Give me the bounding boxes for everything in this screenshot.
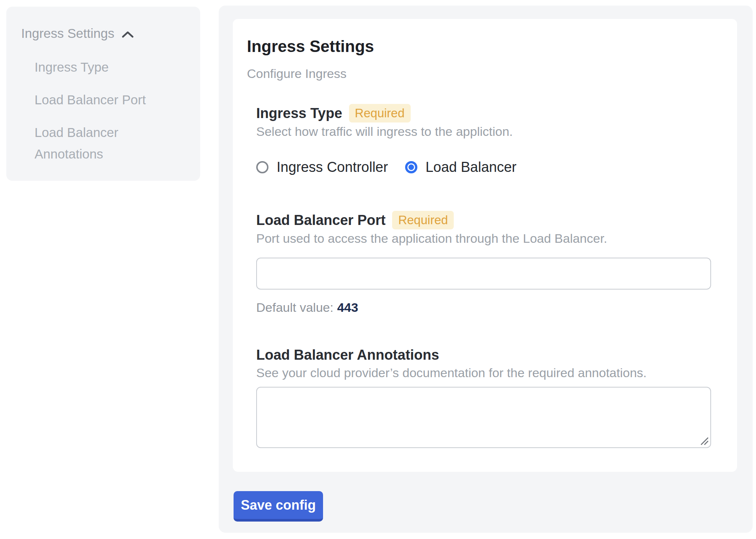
ingress-settings-panel: Ingress Settings Configure Ingress Ingre… xyxy=(219,6,753,533)
page-title: Ingress Settings xyxy=(247,36,711,56)
ingress-type-radio-group: Ingress Controller Load Balancer xyxy=(256,159,711,175)
ingress-type-description: Select how traffic will ingress to the a… xyxy=(256,123,711,140)
sidebar-item-load-balancer-annotations[interactable]: Load Balancer Annotations xyxy=(35,122,168,165)
load-balancer-port-label: Load Balancer Port xyxy=(256,211,385,229)
sidebar-item-load-balancer-port[interactable]: Load Balancer Port xyxy=(35,89,168,111)
default-value-hint: Default value:443 xyxy=(256,299,711,316)
radio-ingress-controller[interactable]: Ingress Controller xyxy=(256,159,388,175)
chevron-up-icon xyxy=(122,31,134,38)
ingress-type-label: Ingress Type xyxy=(256,104,342,122)
radio-label: Ingress Controller xyxy=(277,159,388,175)
sidebar-section-ingress-settings[interactable]: Ingress Settings xyxy=(21,25,189,42)
settings-nav-sidebar: Ingress Settings Ingress Type Load Balan… xyxy=(6,7,200,181)
load-balancer-annotations-textarea[interactable] xyxy=(256,387,711,448)
load-balancer-annotations-label: Load Balancer Annotations xyxy=(256,346,439,364)
load-balancer-port-section: Load Balancer Port Required Port used to… xyxy=(256,211,711,316)
required-badge: Required xyxy=(349,104,411,122)
radio-icon xyxy=(405,161,417,173)
annotations-textarea-wrap xyxy=(256,387,711,448)
radio-label: Load Balancer xyxy=(426,159,517,175)
sidebar-item-list: Ingress Type Load Balancer Port Load Bal… xyxy=(21,56,189,165)
load-balancer-port-input[interactable] xyxy=(256,258,711,290)
ingress-type-section: Ingress Type Required Select how traffic… xyxy=(256,104,711,175)
radio-load-balancer[interactable]: Load Balancer xyxy=(405,159,517,175)
load-balancer-annotations-description: See your cloud provider’s documentation … xyxy=(256,365,711,381)
sidebar-section-label: Ingress Settings xyxy=(21,25,114,42)
default-value: 443 xyxy=(337,300,358,314)
required-badge: Required xyxy=(392,211,454,229)
default-value-label: Default value: xyxy=(256,300,333,314)
load-balancer-port-description: Port used to access the application thro… xyxy=(256,230,711,246)
sidebar-item-ingress-type[interactable]: Ingress Type xyxy=(35,56,168,78)
resize-handle-icon[interactable] xyxy=(700,436,709,446)
page-subtitle: Configure Ingress xyxy=(247,65,711,82)
save-config-button[interactable]: Save config xyxy=(234,491,323,522)
radio-icon xyxy=(256,161,268,173)
load-balancer-annotations-section: Load Balancer Annotations See your cloud… xyxy=(256,346,711,448)
ingress-settings-card: Ingress Settings Configure Ingress Ingre… xyxy=(233,19,737,472)
